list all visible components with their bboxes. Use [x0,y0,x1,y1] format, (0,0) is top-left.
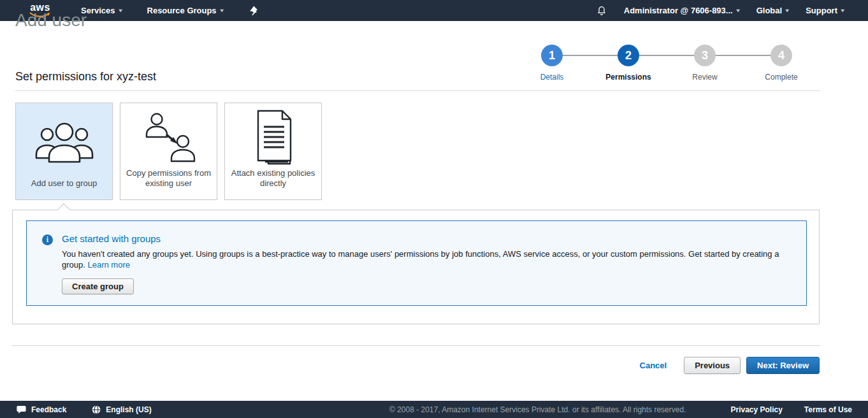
next-review-button[interactable]: Next: Review [746,357,820,374]
option-label: Copy permissions from existing user [120,168,217,199]
actions-divider [12,345,820,346]
wizard-step-permissions: 2 Permissions [590,45,667,82]
cancel-link[interactable]: Cancel [640,361,667,370]
wizard-step-details: 1 Details [514,45,590,82]
option-label: Attach existing policies directly [225,168,321,199]
language-selector[interactable]: English (US) [92,405,151,414]
console-footer: Feedback English (US) © 2008 - 2017, Ama… [0,401,868,418]
footer-right: © 2008 - 2017, Amazon Internet Services … [389,405,852,414]
option-copy-permissions[interactable]: Copy permissions from existing user [120,103,217,200]
feedback-button[interactable]: Feedback [17,405,66,414]
info-icon: i [42,234,53,245]
option-attach-policies[interactable]: Attach existing policies directly [224,103,322,200]
info-body: You haven't created any groups yet. Usin… [62,249,791,270]
info-body-text: You haven't created any groups yet. Usin… [62,249,779,270]
step-label: Complete [743,73,820,82]
info-content: Get started with groups You haven't crea… [62,233,791,294]
main-content: Add user 1 Details 2 Permissions 3 Revie… [0,10,868,374]
step-circle: 4 [770,45,792,66]
wizard-step-complete: 4 Complete [743,45,820,82]
feedback-label: Feedback [31,405,66,414]
globe-icon [92,405,101,414]
step-circle: 3 [694,45,716,66]
speech-bubble-icon [17,405,26,414]
aws-console-window: aws Services ▾ Resource Groups ▾ [0,0,868,418]
step-label: Permissions [590,73,667,82]
page-title: Add user [15,10,820,31]
step-label: Review [667,73,743,82]
create-group-button[interactable]: Create group [62,278,134,294]
wizard-actions: Cancel Previous Next: Review [15,357,820,374]
option-add-user-to-group[interactable]: Add user to group [15,103,113,200]
option-label: Add user to group [16,178,112,199]
permission-option-cards: Add user to group [15,103,820,200]
learn-more-link[interactable]: Learn more [88,260,130,270]
copy-permissions-icon [120,103,217,168]
step-label: Details [514,73,590,82]
user-group-icon [16,103,112,178]
get-started-info-box: i Get started with groups You haven't cr… [26,220,807,306]
copyright-text: © 2008 - 2017, Amazon Internet Services … [389,405,686,414]
footer-left: Feedback English (US) [17,405,177,414]
wizard-step-review: 3 Review [667,45,743,82]
attach-policies-icon [225,103,321,168]
group-options-panel: i Get started with groups You haven't cr… [12,210,820,324]
step-circle: 2 [618,45,639,66]
wizard-progress: 1 Details 2 Permissions 3 Review 4 Compl… [514,45,820,82]
language-label: English (US) [106,405,151,414]
info-title: Get started with groups [62,233,791,244]
step-circle: 1 [541,45,563,66]
selected-card-pointer [57,203,70,216]
terms-of-use-link[interactable]: Terms of Use [804,405,852,414]
previous-button[interactable]: Previous [684,357,741,374]
privacy-policy-link[interactable]: Privacy Policy [730,405,782,414]
